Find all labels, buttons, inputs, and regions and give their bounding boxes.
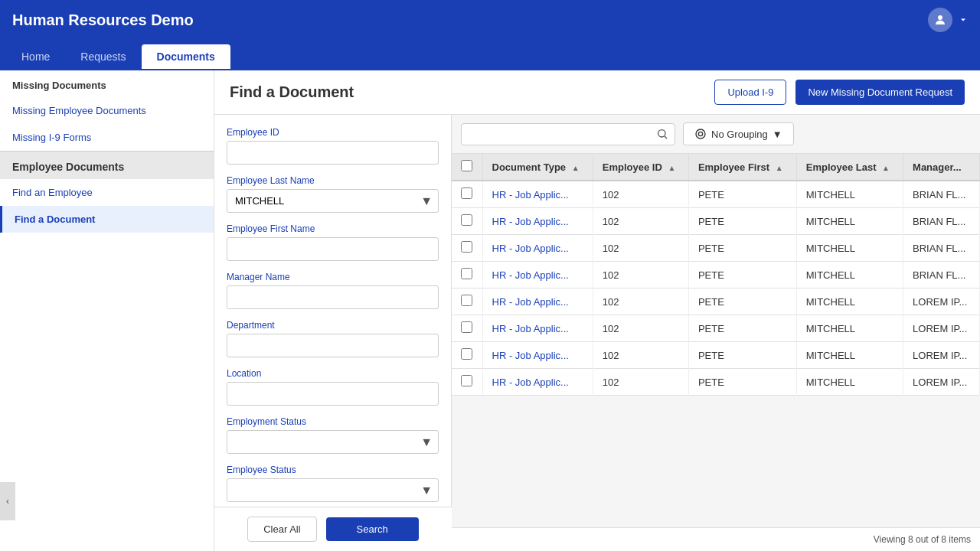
- row-checkbox-cell: [452, 315, 482, 342]
- manager-name-input[interactable]: [227, 285, 439, 309]
- new-missing-request-button[interactable]: New Missing Document Request: [795, 80, 965, 105]
- row-manager-3: BRIAN FL...: [903, 262, 980, 289]
- upload-i9-button[interactable]: Upload I-9: [714, 80, 786, 105]
- row-checkbox-3[interactable]: [461, 268, 472, 279]
- row-doc-type-6: HR - Job Applic...: [482, 342, 593, 369]
- sort-emp-id-icon[interactable]: ▲: [668, 164, 675, 172]
- sort-first-name-icon[interactable]: ▲: [776, 164, 783, 172]
- row-last-name-6: MITCHELL: [796, 342, 903, 369]
- row-doc-type-4: HR - Job Applic...: [482, 289, 593, 315]
- row-doc-type-3: HR - Job Applic...: [482, 262, 593, 289]
- results-footer: Viewing 8 out of 8 items: [452, 527, 980, 551]
- row-emp-id-6: 102: [593, 342, 688, 369]
- row-checkbox-7[interactable]: [461, 375, 472, 386]
- col-first-name: Employee First ▲: [688, 154, 796, 181]
- page-header: Find a Document Upload I-9 New Missing D…: [214, 70, 980, 115]
- col-emp-id-label: Employee ID: [603, 161, 662, 173]
- table-row: HR - Job Applic... 102 PETE MITCHELL LOR…: [452, 342, 980, 369]
- search-box: [461, 123, 675, 145]
- nav-home[interactable]: Home: [6, 44, 65, 69]
- row-doc-type-2: HR - Job Applic...: [482, 235, 593, 262]
- filter-manager-name: Manager Name: [227, 272, 439, 309]
- row-checkbox-cell: [452, 181, 482, 208]
- col-doc-type: Document Type ▲: [482, 154, 593, 181]
- svg-point-1: [658, 130, 665, 137]
- filter-panel: Employee ID Employee Last Name MITCHELL …: [214, 115, 452, 551]
- page-title: Find a Document: [230, 83, 354, 101]
- table-row: HR - Job Applic... 102 PETE MITCHELL LOR…: [452, 369, 980, 396]
- row-emp-id-0: 102: [593, 181, 688, 208]
- row-manager-5: LOREM IP...: [903, 315, 980, 342]
- employee-last-name-select[interactable]: MITCHELL: [227, 189, 439, 213]
- page-actions: Upload I-9 New Missing Document Request: [714, 80, 965, 105]
- row-manager-4: LOREM IP...: [903, 289, 980, 315]
- svg-point-0: [938, 15, 942, 20]
- table-search-input[interactable]: [468, 127, 656, 142]
- user-menu[interactable]: [928, 8, 968, 32]
- filter-location: Location: [227, 368, 439, 406]
- filter-footer: Clear All Search: [214, 507, 452, 551]
- col-manager: Manager...: [903, 154, 980, 181]
- filter-employee-first-name: Employee First Name: [227, 223, 439, 261]
- department-label: Department: [227, 320, 439, 331]
- location-input[interactable]: [227, 382, 439, 406]
- user-avatar: [928, 8, 952, 32]
- sort-last-name-icon[interactable]: ▲: [882, 164, 890, 172]
- row-checkbox-0[interactable]: [461, 187, 472, 199]
- row-checkbox-1[interactable]: [461, 214, 472, 226]
- employee-id-input[interactable]: [227, 141, 439, 165]
- employee-id-label: Employee ID: [227, 127, 439, 138]
- row-last-name-4: MITCHELL: [796, 289, 903, 315]
- sidebar-item-find-document[interactable]: Find a Document: [0, 206, 214, 233]
- nav-documents[interactable]: Documents: [142, 44, 230, 69]
- row-checkbox-5[interactable]: [461, 321, 472, 333]
- row-checkbox-cell: [452, 208, 482, 235]
- row-checkbox-cell: [452, 262, 482, 289]
- sidebar-item-missing-employee-docs[interactable]: Missing Employee Documents: [0, 97, 214, 124]
- row-first-name-4: PETE: [688, 289, 796, 315]
- grouping-button[interactable]: No Grouping ▼: [683, 122, 794, 145]
- employee-first-name-label: Employee First Name: [227, 223, 439, 234]
- table-row: HR - Job Applic... 102 PETE MITCHELL LOR…: [452, 289, 980, 315]
- sort-doc-type-icon[interactable]: ▲: [572, 164, 580, 172]
- select-all-header: [452, 154, 482, 181]
- row-first-name-1: PETE: [688, 208, 796, 235]
- employee-status-select[interactable]: [227, 478, 439, 502]
- row-last-name-1: MITCHELL: [796, 208, 903, 235]
- main-layout: Missing Documents Missing Employee Docum…: [0, 70, 980, 551]
- col-last-name: Employee Last ▲: [796, 154, 903, 181]
- filter-employment-status: Employment Status ▼: [227, 416, 439, 454]
- nav-bar: Home Requests Documents: [0, 40, 980, 70]
- row-emp-id-4: 102: [593, 289, 688, 315]
- row-first-name-5: PETE: [688, 315, 796, 342]
- table-row: HR - Job Applic... 102 PETE MITCHELL BRI…: [452, 208, 980, 235]
- sidebar-collapse-btn[interactable]: ‹: [0, 482, 15, 520]
- sidebar-item-missing-i9[interactable]: Missing I-9 Forms: [0, 124, 214, 151]
- row-manager-1: BRIAN FL...: [903, 208, 980, 235]
- row-checkbox-4[interactable]: [461, 295, 472, 306]
- employee-first-name-input[interactable]: [227, 237, 439, 261]
- department-input[interactable]: [227, 334, 439, 357]
- viewing-text: Viewing 8 out of 8 items: [874, 534, 971, 545]
- row-checkbox-2[interactable]: [461, 241, 472, 253]
- employment-status-select[interactable]: [227, 430, 439, 454]
- filter-employee-status: Employee Status ▼: [227, 465, 439, 502]
- results-table: Document Type ▲ Employee ID ▲ Employee F…: [452, 154, 980, 396]
- clear-all-button[interactable]: Clear All: [247, 517, 316, 542]
- employee-last-name-label: Employee Last Name: [227, 175, 439, 186]
- row-emp-id-2: 102: [593, 235, 688, 262]
- select-all-checkbox[interactable]: [461, 160, 472, 171]
- table-row: HR - Job Applic... 102 PETE MITCHELL BRI…: [452, 235, 980, 262]
- sidebar-missing-docs-header: Missing Documents: [0, 70, 214, 97]
- search-button[interactable]: Search: [326, 517, 419, 541]
- col-emp-id: Employee ID ▲: [593, 154, 688, 181]
- sidebar-item-find-employee[interactable]: Find an Employee: [0, 179, 214, 206]
- row-first-name-6: PETE: [688, 342, 796, 369]
- table-search-button[interactable]: [656, 128, 668, 140]
- row-checkbox-6[interactable]: [461, 348, 472, 360]
- nav-requests[interactable]: Requests: [65, 44, 141, 69]
- row-emp-id-5: 102: [593, 315, 688, 342]
- row-checkbox-cell: [452, 289, 482, 315]
- app-title: Human Resources Demo: [12, 11, 194, 29]
- col-manager-label: Manager...: [913, 161, 962, 173]
